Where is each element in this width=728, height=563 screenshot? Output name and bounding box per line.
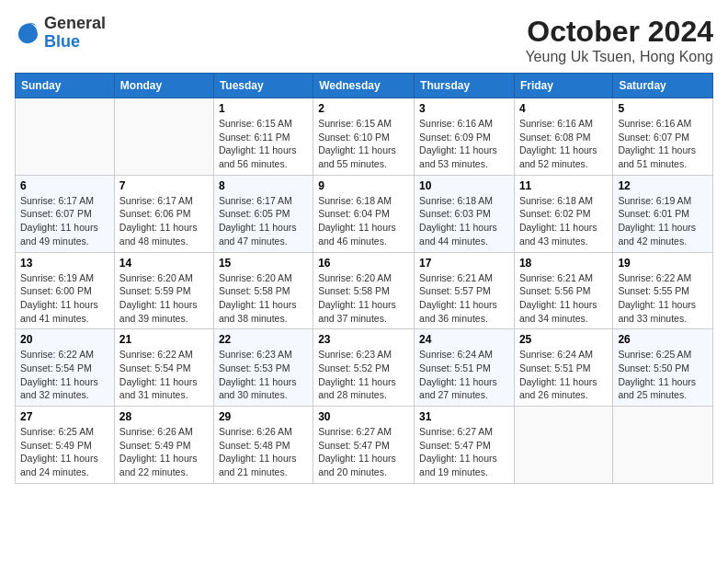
calendar-table: SundayMondayTuesdayWednesdayThursdayFrid…	[15, 73, 713, 484]
day-number: 13	[20, 257, 109, 270]
day-info: Sunrise: 6:20 AMSunset: 5:59 PMDaylight:…	[119, 271, 209, 326]
day-number: 12	[618, 179, 708, 192]
day-number: 28	[119, 410, 209, 423]
weekday-header-wednesday: Wednesday	[313, 74, 415, 98]
day-info: Sunrise: 6:17 AMSunset: 6:07 PMDaylight:…	[20, 194, 109, 248]
calendar-cell	[16, 98, 115, 176]
calendar-cell: 1Sunrise: 6:15 AMSunset: 6:11 PMDaylight…	[213, 98, 313, 176]
calendar-cell: 28Sunrise: 6:26 AMSunset: 5:49 PMDayligh…	[114, 407, 213, 484]
weekday-header-thursday: Thursday	[415, 74, 515, 98]
day-info: Sunrise: 6:22 AMSunset: 5:54 PMDaylight:…	[119, 348, 209, 402]
day-number: 7	[119, 179, 209, 192]
calendar-cell: 11Sunrise: 6:18 AMSunset: 6:02 PMDayligh…	[514, 175, 612, 252]
calendar-cell: 29Sunrise: 6:26 AMSunset: 5:48 PMDayligh…	[213, 407, 313, 484]
week-row-1: 1Sunrise: 6:15 AMSunset: 6:11 PMDaylight…	[16, 98, 713, 176]
day-info: Sunrise: 6:17 AMSunset: 6:05 PMDaylight:…	[219, 194, 308, 248]
month-title: October 2024	[525, 15, 713, 49]
logo-blue: Blue	[44, 33, 106, 52]
day-number: 5	[618, 102, 708, 115]
calendar-cell: 17Sunrise: 6:21 AMSunset: 5:57 PMDayligh…	[415, 252, 515, 329]
calendar-cell: 5Sunrise: 6:16 AMSunset: 6:07 PMDaylight…	[613, 98, 713, 176]
day-info: Sunrise: 6:26 AMSunset: 5:49 PMDaylight:…	[119, 425, 209, 479]
day-info: Sunrise: 6:26 AMSunset: 5:48 PMDaylight:…	[219, 425, 308, 479]
calendar-cell: 12Sunrise: 6:19 AMSunset: 6:01 PMDayligh…	[613, 175, 713, 252]
day-number: 16	[318, 257, 409, 270]
day-info: Sunrise: 6:16 AMSunset: 6:07 PMDaylight:…	[618, 117, 708, 171]
calendar-cell: 4Sunrise: 6:16 AMSunset: 6:08 PMDaylight…	[514, 98, 612, 176]
calendar-cell: 18Sunrise: 6:21 AMSunset: 5:56 PMDayligh…	[514, 252, 612, 329]
location-title: Yeung Uk Tsuen, Hong Kong	[525, 49, 713, 65]
day-number: 29	[219, 410, 308, 423]
day-info: Sunrise: 6:25 AMSunset: 5:50 PMDaylight:…	[618, 348, 708, 402]
day-info: Sunrise: 6:23 AMSunset: 5:52 PMDaylight:…	[318, 348, 409, 402]
calendar-cell: 8Sunrise: 6:17 AMSunset: 6:05 PMDaylight…	[213, 175, 313, 252]
day-number: 11	[519, 179, 608, 192]
week-row-2: 6Sunrise: 6:17 AMSunset: 6:07 PMDaylight…	[16, 175, 713, 252]
day-number: 1	[219, 102, 308, 115]
day-info: Sunrise: 6:24 AMSunset: 5:51 PMDaylight:…	[419, 348, 509, 402]
day-info: Sunrise: 6:18 AMSunset: 6:02 PMDaylight:…	[519, 194, 608, 248]
day-number: 19	[618, 257, 708, 270]
calendar-cell	[514, 407, 612, 484]
day-number: 31	[419, 410, 509, 423]
weekday-header-saturday: Saturday	[613, 74, 713, 98]
calendar-cell	[613, 407, 713, 484]
day-info: Sunrise: 6:17 AMSunset: 6:06 PMDaylight:…	[119, 194, 209, 248]
calendar-cell: 10Sunrise: 6:18 AMSunset: 6:03 PMDayligh…	[415, 175, 515, 252]
calendar-cell: 14Sunrise: 6:20 AMSunset: 5:59 PMDayligh…	[114, 252, 213, 329]
day-info: Sunrise: 6:27 AMSunset: 5:47 PMDaylight:…	[318, 425, 409, 479]
calendar-cell: 19Sunrise: 6:22 AMSunset: 5:55 PMDayligh…	[613, 252, 713, 329]
page-header: General Blue October 2024 Yeung Uk Tsuen…	[15, 15, 713, 65]
calendar-cell: 2Sunrise: 6:15 AMSunset: 6:10 PMDaylight…	[313, 98, 415, 176]
day-number: 15	[219, 257, 308, 270]
day-info: Sunrise: 6:19 AMSunset: 6:01 PMDaylight:…	[618, 194, 708, 248]
day-info: Sunrise: 6:16 AMSunset: 6:08 PMDaylight:…	[519, 117, 608, 171]
calendar-cell: 25Sunrise: 6:24 AMSunset: 5:51 PMDayligh…	[514, 329, 612, 407]
day-number: 2	[318, 102, 409, 115]
logo-icon	[15, 20, 40, 46]
day-number: 22	[219, 333, 308, 346]
day-info: Sunrise: 6:22 AMSunset: 5:54 PMDaylight:…	[20, 348, 109, 402]
day-info: Sunrise: 6:25 AMSunset: 5:49 PMDaylight:…	[20, 425, 109, 479]
weekday-header-monday: Monday	[114, 74, 213, 98]
calendar-cell: 30Sunrise: 6:27 AMSunset: 5:47 PMDayligh…	[313, 407, 415, 484]
day-info: Sunrise: 6:20 AMSunset: 5:58 PMDaylight:…	[318, 271, 409, 326]
day-info: Sunrise: 6:22 AMSunset: 5:55 PMDaylight:…	[618, 271, 708, 326]
week-row-5: 27Sunrise: 6:25 AMSunset: 5:49 PMDayligh…	[16, 407, 713, 484]
day-number: 21	[119, 333, 209, 346]
day-info: Sunrise: 6:21 AMSunset: 5:56 PMDaylight:…	[519, 271, 608, 326]
calendar-cell: 3Sunrise: 6:16 AMSunset: 6:09 PMDaylight…	[415, 98, 515, 176]
weekday-header-friday: Friday	[514, 74, 612, 98]
day-number: 6	[20, 179, 109, 192]
calendar-cell: 24Sunrise: 6:24 AMSunset: 5:51 PMDayligh…	[415, 329, 515, 407]
day-number: 14	[119, 257, 209, 270]
day-info: Sunrise: 6:16 AMSunset: 6:09 PMDaylight:…	[419, 117, 509, 171]
calendar-cell: 21Sunrise: 6:22 AMSunset: 5:54 PMDayligh…	[114, 329, 213, 407]
day-number: 4	[519, 102, 608, 115]
day-number: 10	[419, 179, 509, 192]
week-row-3: 13Sunrise: 6:19 AMSunset: 6:00 PMDayligh…	[16, 252, 713, 329]
day-number: 27	[20, 410, 109, 423]
week-row-4: 20Sunrise: 6:22 AMSunset: 5:54 PMDayligh…	[16, 329, 713, 407]
day-number: 8	[219, 179, 308, 192]
calendar-cell: 9Sunrise: 6:18 AMSunset: 6:04 PMDaylight…	[313, 175, 415, 252]
calendar-cell: 20Sunrise: 6:22 AMSunset: 5:54 PMDayligh…	[16, 329, 115, 407]
calendar-cell: 26Sunrise: 6:25 AMSunset: 5:50 PMDayligh…	[613, 329, 713, 407]
day-info: Sunrise: 6:15 AMSunset: 6:10 PMDaylight:…	[318, 117, 409, 171]
calendar-cell: 13Sunrise: 6:19 AMSunset: 6:00 PMDayligh…	[16, 252, 115, 329]
day-info: Sunrise: 6:27 AMSunset: 5:47 PMDaylight:…	[419, 425, 509, 479]
day-info: Sunrise: 6:18 AMSunset: 6:03 PMDaylight:…	[419, 194, 509, 248]
day-number: 30	[318, 410, 409, 423]
day-info: Sunrise: 6:21 AMSunset: 5:57 PMDaylight:…	[419, 271, 509, 326]
day-number: 25	[519, 333, 608, 346]
day-number: 26	[618, 333, 708, 346]
calendar-cell: 23Sunrise: 6:23 AMSunset: 5:52 PMDayligh…	[313, 329, 415, 407]
calendar-cell: 22Sunrise: 6:23 AMSunset: 5:53 PMDayligh…	[213, 329, 313, 407]
calendar-cell: 7Sunrise: 6:17 AMSunset: 6:06 PMDaylight…	[114, 175, 213, 252]
calendar-cell	[114, 98, 213, 176]
weekday-header-tuesday: Tuesday	[213, 74, 313, 98]
day-info: Sunrise: 6:18 AMSunset: 6:04 PMDaylight:…	[318, 194, 409, 248]
logo-general: General	[44, 15, 106, 33]
day-number: 23	[318, 333, 409, 346]
calendar-cell: 31Sunrise: 6:27 AMSunset: 5:47 PMDayligh…	[415, 407, 515, 484]
